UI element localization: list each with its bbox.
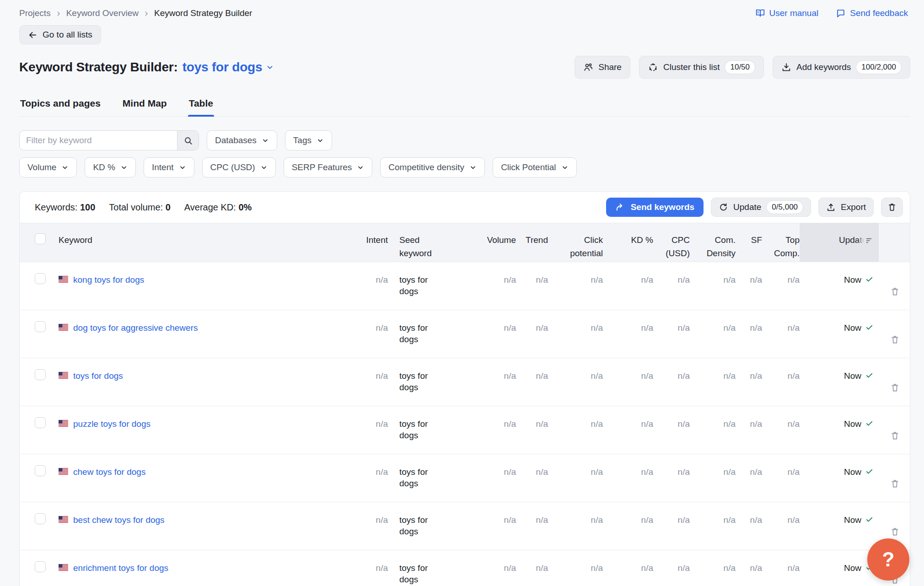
- chevron-down-icon: [469, 164, 477, 171]
- updated-cell: Now: [800, 406, 879, 454]
- seed-keyword-cell: toys for dogs: [388, 262, 459, 310]
- com-density-cell: n/a: [690, 406, 736, 454]
- tags-dropdown[interactable]: Tags: [285, 130, 332, 151]
- intent-cell: n/a: [363, 358, 388, 406]
- check-icon: [865, 468, 873, 475]
- header-sf[interactable]: SF: [736, 223, 762, 262]
- user-manual-label: User manual: [769, 8, 819, 18]
- delete-keyword-button[interactable]: [890, 465, 900, 502]
- keyword-link[interactable]: best chew toys for dogs: [73, 514, 165, 526]
- header-com-density[interactable]: Com. Density: [690, 223, 736, 262]
- header-updated[interactable]: Updated: [800, 223, 879, 262]
- row-checkbox[interactable]: [35, 417, 46, 428]
- click-potential-filter-dropdown[interactable]: Click Potential: [493, 157, 576, 177]
- sf-cell: n/a: [736, 550, 762, 586]
- volume-filter-dropdown[interactable]: Volume: [19, 157, 77, 177]
- table-row: puzzle toys for dogs n/a toys for dogs n…: [20, 406, 910, 454]
- breadcrumb-projects[interactable]: Projects: [19, 8, 51, 18]
- cpc-cell: n/a: [653, 262, 690, 310]
- cluster-this-list-button[interactable]: Cluster this list 10/50: [639, 56, 764, 79]
- tab-mind-map[interactable]: Mind Map: [122, 96, 168, 116]
- row-checkbox[interactable]: [35, 273, 46, 284]
- export-button[interactable]: Export: [818, 198, 874, 217]
- user-manual-link[interactable]: User manual: [755, 8, 819, 18]
- us-flag-icon: [59, 324, 68, 331]
- delete-keyword-button[interactable]: [890, 273, 900, 310]
- row-checkbox[interactable]: [35, 513, 46, 524]
- sf-cell: n/a: [736, 406, 762, 454]
- send-arrow-icon: [615, 202, 625, 212]
- update-button[interactable]: Update 0/5,000: [711, 198, 811, 217]
- delete-keyword-button[interactable]: [890, 321, 900, 358]
- header-click-potential[interactable]: Click potential: [548, 223, 603, 262]
- row-checkbox[interactable]: [35, 369, 46, 380]
- header-volume[interactable]: Volume: [459, 223, 516, 262]
- keyword-cell: dog toys for aggressive chewers: [47, 310, 363, 358]
- trash-icon: [890, 286, 900, 297]
- keyword-cell: kong toys for dogs: [47, 262, 363, 310]
- row-checkbox-cell: [20, 358, 47, 406]
- row-checkbox[interactable]: [35, 465, 46, 476]
- us-flag-icon: [59, 372, 68, 379]
- filter-by-keyword-input[interactable]: [20, 131, 177, 150]
- header-seed-keyword[interactable]: Seed keyword: [388, 223, 459, 262]
- tab-table[interactable]: Table: [188, 96, 214, 116]
- summary-bar: Keywords: 100 Total volume: 0 Average KD…: [20, 192, 910, 223]
- keyword-link[interactable]: puzzle toys for dogs: [73, 418, 150, 430]
- header-kd[interactable]: KD %: [603, 223, 653, 262]
- table-row: kong toys for dogs n/a toys for dogs n/a…: [20, 262, 910, 310]
- row-checkbox[interactable]: [35, 561, 46, 572]
- top-comp-cell: n/a: [762, 406, 800, 454]
- header-top-comp[interactable]: Top Comp.: [762, 223, 800, 262]
- header-cpc[interactable]: CPC (USD): [653, 223, 690, 262]
- keyword-link[interactable]: chew toys for dogs: [73, 466, 145, 478]
- com-density-cell: n/a: [690, 262, 736, 310]
- intent-cell: n/a: [363, 502, 388, 550]
- trash-icon: [890, 334, 900, 345]
- help-button[interactable]: ?: [867, 538, 909, 581]
- header-keyword[interactable]: Keyword: [47, 223, 363, 262]
- volume-cell: n/a: [459, 454, 516, 502]
- volume-cell: n/a: [459, 502, 516, 550]
- serp-features-filter-label: SERP Features: [292, 162, 352, 172]
- share-button[interactable]: Share: [575, 56, 630, 79]
- send-keywords-button[interactable]: Send keywords: [606, 198, 704, 217]
- export-label: Export: [841, 202, 866, 212]
- update-count-badge: 0/5,000: [766, 200, 803, 214]
- row-checkbox[interactable]: [35, 321, 46, 332]
- intent-filter-dropdown[interactable]: Intent: [144, 157, 194, 177]
- trash-icon: [890, 527, 900, 537]
- keyword-link[interactable]: dog toys for aggressive chewers: [73, 322, 198, 333]
- delete-keyword-button[interactable]: [890, 369, 900, 406]
- cpc-cell: n/a: [653, 310, 690, 358]
- search-button[interactable]: [177, 131, 199, 150]
- delete-keyword-button[interactable]: [890, 417, 900, 454]
- competitive-density-filter-dropdown[interactable]: Competitive density: [380, 157, 485, 177]
- keyword-link[interactable]: kong toys for dogs: [73, 274, 144, 285]
- tab-topics-and-pages[interactable]: Topics and pages: [19, 96, 102, 116]
- cpc-filter-label: CPC (USD): [210, 162, 255, 172]
- serp-features-filter-dropdown[interactable]: SERP Features: [284, 157, 373, 177]
- delete-list-button[interactable]: [881, 198, 903, 217]
- summary-stats: Keywords: 100 Total volume: 0 Average KD…: [35, 202, 252, 213]
- breadcrumb-keyword-overview[interactable]: Keyword Overview: [66, 8, 139, 18]
- kd-filter-dropdown[interactable]: KD %: [85, 157, 136, 177]
- go-to-all-lists-button[interactable]: Go to all lists: [19, 25, 101, 44]
- send-keywords-label: Send keywords: [631, 202, 694, 212]
- select-all-checkbox[interactable]: [35, 233, 46, 244]
- databases-dropdown[interactable]: Databases: [207, 130, 277, 151]
- keyword-link[interactable]: toys for dogs: [73, 370, 123, 382]
- add-keywords-button[interactable]: Add keywords 100/2,000: [773, 56, 910, 79]
- header-intent[interactable]: Intent: [363, 223, 388, 262]
- list-name-dropdown[interactable]: toys for dogs: [183, 60, 274, 75]
- summary-actions: Send keywords Update 0/5,000 Export: [606, 198, 903, 217]
- com-density-cell: n/a: [690, 358, 736, 406]
- cpc-filter-dropdown[interactable]: CPC (USD): [202, 157, 276, 177]
- table-header: Keyword Intent Seed keyword Volume Trend…: [20, 223, 910, 262]
- kd-cell: n/a: [603, 550, 653, 586]
- click-potential-cell: n/a: [548, 358, 603, 406]
- table-row: toys for dogs n/a toys for dogs n/a n/a …: [20, 358, 910, 406]
- send-feedback-link[interactable]: Send feedback: [836, 8, 908, 18]
- header-trend[interactable]: Trend: [516, 223, 548, 262]
- keyword-link[interactable]: enrichment toys for dogs: [73, 562, 168, 574]
